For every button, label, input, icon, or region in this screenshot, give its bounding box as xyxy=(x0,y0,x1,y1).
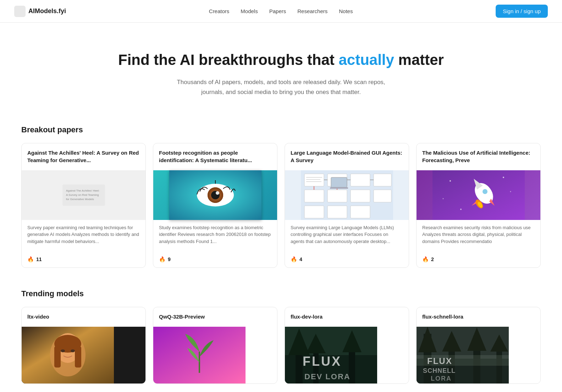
svg-text:Against The Achilles' Heel:: Against The Achilles' Heel: xyxy=(66,189,99,192)
paper-card-2-footer: 🔥 9 xyxy=(153,253,277,267)
hero-title-accent: actually xyxy=(338,51,394,68)
header: 🤖 AIModels.fyi Creators Models Papers Re… xyxy=(0,0,562,23)
paper-card-2-count: 9 xyxy=(168,256,171,262)
svg-rect-19 xyxy=(351,190,370,202)
svg-text:FLUX: FLUX xyxy=(303,354,342,369)
hero-title-prefix: Find the AI breakthroughs that xyxy=(118,51,338,68)
qwq-thumbnail xyxy=(153,327,246,383)
papers-grid: Against The Achilles' Heel: A Survey on … xyxy=(21,143,541,268)
model-card-1-image xyxy=(22,327,145,383)
paper-card-1[interactable]: Against The Achilles' Heel: A Survey on … xyxy=(21,143,146,268)
model-card-3-title: flux-dev-lora xyxy=(291,313,403,320)
svg-text:LORA: LORA xyxy=(431,375,452,382)
svg-rect-15 xyxy=(351,174,370,186)
flux-dev-thumbnail: FLUX DEV LORA xyxy=(285,327,377,383)
breakout-papers-title: Breakout papers xyxy=(21,125,541,134)
model-card-2-image xyxy=(153,327,277,383)
svg-text:DEV LORA: DEV LORA xyxy=(304,372,351,381)
sign-in-button[interactable]: Sign in / sign up xyxy=(496,5,548,18)
model-card-2[interactable]: QwQ-32B-Preview xyxy=(153,307,277,384)
paper-card-1-body: Survey paper examining red teaming techn… xyxy=(22,220,145,254)
fire-icon-2: 🔥 xyxy=(159,256,166,263)
svg-rect-20 xyxy=(374,190,391,202)
model-card-3-image: FLUX DEV LORA xyxy=(285,327,409,383)
fire-icon-4: 🔥 xyxy=(422,256,429,263)
model-card-3[interactable]: flux-dev-lora FLUX DEV LO xyxy=(285,307,409,384)
svg-rect-30 xyxy=(330,187,348,189)
svg-rect-53 xyxy=(75,346,81,368)
model-card-1[interactable]: ltx-video xyxy=(21,307,146,384)
paper-card-1-image: Against The Achilles' Heel: A Survey on … xyxy=(22,170,145,220)
svg-rect-22 xyxy=(327,206,347,218)
paper-card-4-footer: 🔥 2 xyxy=(417,253,540,267)
trending-models-title: Trending models xyxy=(21,289,541,298)
paper-card-3-desc: Survey examining Large Language Models (… xyxy=(291,224,403,245)
paper-card-1-desc: Survey paper examining red teaming techn… xyxy=(27,224,140,245)
hero-section: Find the AI breakthroughs that actually … xyxy=(0,23,562,118)
model-card-4-header: flux-schnell-lora xyxy=(417,307,540,327)
paper-card-3-header: Large Language Model-Brained GUI Agents:… xyxy=(285,143,409,170)
nav-notes[interactable]: Notes xyxy=(339,8,353,14)
model-card-2-title: QwQ-32B-Preview xyxy=(159,313,271,320)
paper-card-3[interactable]: Large Language Model-Brained GUI Agents:… xyxy=(285,143,409,268)
svg-text:SCHNELL: SCHNELL xyxy=(423,367,456,374)
hero-title-suffix: matter xyxy=(394,51,444,68)
paper-card-4-body: Research examines security risks from ma… xyxy=(417,220,540,254)
nav-papers[interactable]: Papers xyxy=(269,8,286,14)
model-card-4-title: flux-schnell-lora xyxy=(422,313,535,320)
model-card-4[interactable]: flux-schnell-lora xyxy=(416,307,541,384)
nav-researchers[interactable]: Researchers xyxy=(297,8,327,14)
breakout-papers-section: Breakout papers Against The Achilles' He… xyxy=(0,118,562,282)
svg-point-45 xyxy=(442,198,443,199)
rocket-illustration xyxy=(432,170,525,220)
svg-point-44 xyxy=(510,191,511,192)
model-card-2-header: QwQ-32B-Preview xyxy=(153,307,277,327)
svg-point-43 xyxy=(503,177,504,178)
svg-text:for Generative Models: for Generative Models xyxy=(66,198,94,201)
model-card-1-title: ltx-video xyxy=(27,313,140,320)
eye-illustration xyxy=(169,170,261,220)
paper-card-2-image xyxy=(153,170,277,220)
paper-card-1-count: 11 xyxy=(36,256,42,262)
svg-point-55 xyxy=(71,349,75,352)
logo-icon: 🤖 xyxy=(14,6,26,17)
paper-card-4-title: The Malicious Use of Artificial Intellig… xyxy=(422,149,535,164)
trending-models-section: Trending models ltx-video xyxy=(0,282,562,392)
paper-card-1-title: Against The Achilles' Heel: A Survey on … xyxy=(27,149,140,164)
svg-text:FLUX: FLUX xyxy=(427,356,452,366)
svg-point-54 xyxy=(61,349,65,352)
paper-card-2-header: Footstep recognition as people identific… xyxy=(153,143,277,170)
models-grid: ltx-video xyxy=(21,307,541,384)
svg-rect-17 xyxy=(304,190,324,202)
paper-card-4[interactable]: The Malicious Use of Artificial Intellig… xyxy=(416,143,541,268)
flux-schnell-thumbnail: FLUX SCHNELL LORA xyxy=(417,327,509,383)
svg-rect-13 xyxy=(304,174,324,186)
svg-rect-52 xyxy=(54,346,61,368)
svg-rect-23 xyxy=(351,206,370,218)
svg-rect-21 xyxy=(304,206,324,218)
paper-card-2[interactable]: Footstep recognition as people identific… xyxy=(153,143,277,268)
logo[interactable]: 🤖 AIModels.fyi xyxy=(14,6,66,17)
paper-card-4-header: The Malicious Use of Artificial Intellig… xyxy=(417,143,540,170)
nav-models[interactable]: Models xyxy=(241,8,258,14)
ltx-video-thumbnail xyxy=(22,327,114,383)
svg-point-46 xyxy=(460,209,462,210)
paper-card-2-title: Footstep recognition as people identific… xyxy=(159,149,271,164)
diagram-illustration xyxy=(301,170,393,220)
paper-card-2-desc: Study examines footstep recognition as a… xyxy=(159,224,271,245)
paper-card-4-count: 2 xyxy=(431,256,434,262)
main-nav: Creators Models Papers Researchers Notes xyxy=(209,8,353,14)
svg-text:A Survey on Red Teaming: A Survey on Red Teaming xyxy=(66,193,99,197)
fire-icon-1: 🔥 xyxy=(27,256,34,263)
paper-card-3-title: Large Language Model-Brained GUI Agents:… xyxy=(291,149,403,164)
paper-card-4-image xyxy=(417,170,540,220)
paper-card-2-body: Study examines footstep recognition as a… xyxy=(153,220,277,254)
paper-card-3-footer: 🔥 4 xyxy=(285,253,409,267)
hero-subtitle: Thousands of AI papers, models, and tool… xyxy=(171,77,391,96)
hero-title: Find the AI breakthroughs that actually … xyxy=(7,51,555,69)
paper-card-1-header: Against The Achilles' Heel: A Survey on … xyxy=(22,143,145,170)
paper-card-3-body: Survey examining Large Language Models (… xyxy=(285,220,409,254)
paper-card-3-count: 4 xyxy=(299,256,302,262)
logo-text: AIModels.fyi xyxy=(28,7,66,15)
nav-creators[interactable]: Creators xyxy=(209,8,230,14)
